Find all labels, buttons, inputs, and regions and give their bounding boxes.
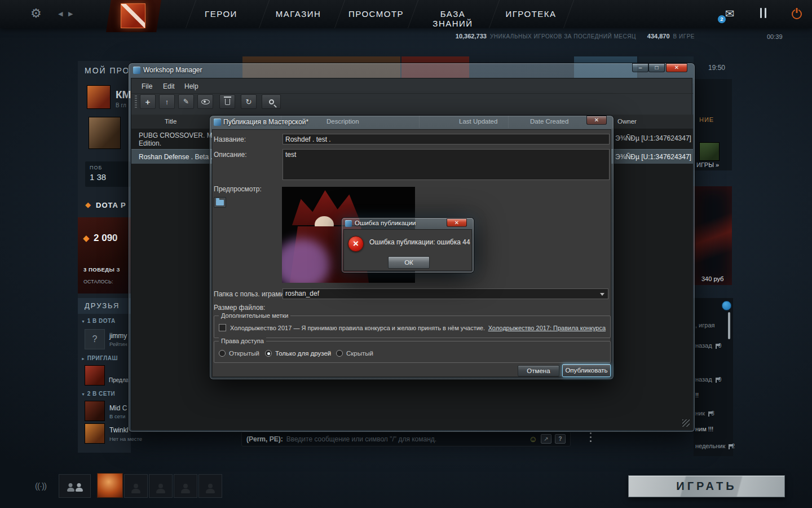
session-timer: 00:39 [767,33,783,40]
edit-button[interactable]: ✎ [178,94,194,109]
chat-line: ним !!! [695,426,713,432]
error-dialog[interactable]: Ошибка публикации ✕ × Ошибка публикации:… [342,218,474,273]
close-button[interactable]: ✕ [666,63,687,72]
preview-label: Предпросмотр: [214,185,262,193]
play-button[interactable]: ИГРАТЬ [628,475,785,497]
row-owner: Э¾ÑÐµ [U:1:347624347] [615,153,691,161]
refresh-button[interactable]: ↻ [241,94,257,109]
people-icon [66,480,84,492]
nav-learn[interactable]: БАЗА ЗНАНИЙ [420,9,486,28]
window-title: Workshop Manager [143,66,202,74]
avatar[interactable] [85,401,105,421]
nav-watch[interactable]: ПРОСМОТР [348,9,402,19]
emoji-icon[interactable]: ☺ [529,435,537,443]
friends-group-indota[interactable]: ▼ 1 В DOTA [81,318,116,324]
error-close-button[interactable]: ✕ [447,218,467,227]
avatar[interactable] [87,85,111,109]
avatar[interactable] [89,117,121,149]
party-hero-slot[interactable] [97,473,123,498]
access-hidden-radio[interactable] [336,350,343,357]
nav-arcade[interactable]: ИГРОТЕКА [504,9,558,19]
access-open-radio[interactable] [219,350,226,357]
resize-grip[interactable] [682,419,690,427]
maximize-button[interactable]: □ [648,63,665,72]
view-button[interactable] [197,94,213,109]
chevron-down-icon: ▼ [81,319,85,323]
dota2-logo[interactable] [106,0,161,32]
menu-edit[interactable]: Edit [163,82,175,90]
cancel-button[interactable]: Отмена [518,365,559,376]
avatar[interactable] [85,365,105,386]
chat-scrollbar[interactable] [728,312,730,339]
friends-group-invites[interactable]: ► ПРИГЛАШ [81,355,118,361]
flag-icon [716,378,717,383]
minimize-button[interactable]: – [632,63,648,72]
invite-text[interactable]: Предла [109,377,129,383]
games-link[interactable]: ИГРЫ » [696,161,719,168]
media-prev-icon[interactable]: ◀ [58,10,63,17]
chat-channel-icon[interactable] [722,301,731,310]
chevron-right-icon: ► [81,357,85,361]
name-label: Название: [214,135,246,143]
col-owner[interactable]: Owner [617,118,637,125]
chat-input[interactable]: (Perm, PE): Введите сообщение или символ… [241,431,571,446]
quest-remaining: ОСТАЛОСЬ: [83,279,113,284]
mail-icon[interactable]: ✉ [725,7,735,20]
contest-checkbox-label: Холодрыжество 2017 — Я принимаю правила … [230,325,485,331]
menu-help[interactable]: Help [184,82,198,90]
broadcast-icon[interactable]: ((·)) [35,481,46,491]
nav-store[interactable]: МАГАЗИН [273,9,324,19]
friend-name[interactable]: Twinkl [109,426,128,434]
toolbar-grip[interactable] [135,95,137,108]
upload-button[interactable]: ↑ [159,94,175,109]
utensils-icon[interactable] [759,8,770,19]
party-empty-slot[interactable] [124,474,148,498]
party-group-slot[interactable] [59,474,91,498]
chat-send-to-icon[interactable]: ↗ [541,434,551,444]
menu-file[interactable]: File [142,82,152,90]
folder-combobox[interactable]: roshan_def [283,288,608,299]
price-label: 340 руб [701,275,723,282]
party-empty-slot[interactable] [149,474,173,498]
tags-group-label: Дополнительные метки [219,312,290,319]
name-input[interactable] [283,134,610,144]
add-item-button[interactable]: + [140,94,156,109]
party-empty-slot[interactable] [174,474,197,498]
avatar[interactable] [699,142,720,161]
shop-art [694,186,732,285]
chat-help-icon[interactable]: ? [555,434,566,444]
publish-button[interactable]: Опубликовать [562,364,611,377]
description-label: Описание: [214,151,247,159]
error-dialog-body: × Ошибка публикации: ошибка 44 ОК [343,229,472,271]
record-card: ПОБ 1 38 [85,161,130,187]
avatar[interactable] [85,423,105,444]
access-friends-radio[interactable] [265,350,272,357]
chat-menu-icon[interactable] [590,432,592,434]
nav-heroes[interactable]: ГЕРОИ [198,9,244,19]
notification-badge: 2 [717,15,726,24]
search-button[interactable] [262,94,281,109]
chat-line: !! [695,392,699,398]
friends-group-online[interactable]: ▼ 2 В СЕТИ [81,391,115,397]
contest-checkbox[interactable] [219,324,226,331]
browse-folder-button[interactable] [214,197,226,208]
ok-button[interactable]: ОК [388,256,430,269]
shard-icon: ◆ [83,233,90,243]
settings-gear-icon[interactable]: ⚙ [30,6,42,21]
publish-close-button[interactable]: ✕ [586,116,607,125]
shop-panel[interactable]: 340 руб [694,186,732,285]
contest-rules-link[interactable]: Холодрыжество 2017: Правила конкурса [488,325,606,331]
panel-fragment: НИЕ [699,116,714,123]
power-icon[interactable] [792,9,802,19]
media-next-icon[interactable]: ▶ [68,10,73,17]
flag-icon [716,344,717,349]
avatar[interactable]: ? [85,329,105,349]
col-title[interactable]: Title [165,118,176,125]
dotaplus-gem-icon: ◆ [85,200,91,209]
flag-icon [729,444,730,449]
friend-name[interactable]: jimmy [109,332,127,340]
description-textarea[interactable]: test [283,149,610,180]
friend-name[interactable]: Mid C [109,404,127,412]
party-empty-slot[interactable] [198,474,222,498]
delete-button[interactable] [219,94,235,109]
